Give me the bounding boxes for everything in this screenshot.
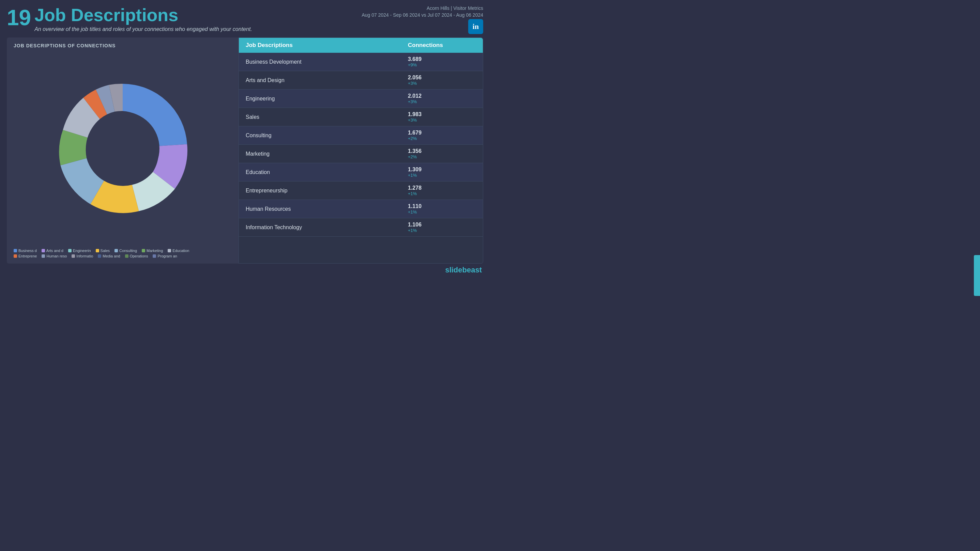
value-change: +3%	[408, 81, 476, 86]
value-change: +2%	[408, 154, 476, 159]
date-range: Aug 07 2024 - Sep 06 2024 vs Jul 07 2024…	[361, 12, 483, 18]
row-value: 1.356 +2%	[408, 148, 476, 159]
row-value: 1.983 +3%	[408, 111, 476, 122]
value-number: 3.689	[408, 56, 476, 62]
donut-svg	[51, 77, 194, 220]
value-number: 2.012	[408, 93, 476, 99]
value-change: +2%	[408, 136, 476, 141]
value-number: 1.309	[408, 167, 476, 173]
table-row: Arts and Design 2.056 +3%	[239, 71, 483, 90]
legend-item: Marketing	[142, 249, 163, 252]
row-label: Entrepreneurship	[246, 185, 408, 196]
row-label: Information Technology	[246, 222, 408, 233]
value-change: +1%	[408, 191, 476, 196]
legend-item: Business d	[14, 249, 37, 252]
row-label: Engineering	[246, 93, 408, 104]
table-row: Sales 1.983 +3%	[239, 108, 483, 126]
right-panel: Job Descriptions Connections Business De…	[239, 38, 483, 264]
row-label: Arts and Design	[246, 75, 408, 86]
footer: slidebeast	[0, 264, 490, 275]
table-row: Marketing 1.356 +2%	[239, 145, 483, 163]
value-number: 1.356	[408, 148, 476, 154]
content-area: JOB DESCRIPTIONS OF CONNECTIONS	[0, 38, 490, 264]
table-row: Consulting 1.679 +2%	[239, 126, 483, 145]
row-label: Marketing	[246, 148, 408, 159]
row-value: 2.056 +3%	[408, 75, 476, 86]
value-number: 2.056	[408, 75, 476, 81]
legend-item: Education	[168, 249, 189, 252]
value-change: +3%	[408, 99, 476, 104]
legend-item: Informatio	[72, 254, 93, 258]
page-number: 19	[7, 7, 31, 29]
table-header: Job Descriptions Connections	[239, 38, 483, 53]
table-row: Education 1.309 +1%	[239, 163, 483, 181]
row-value: 1.278 +1%	[408, 185, 476, 196]
legend-item: Media and	[98, 254, 120, 258]
row-label: Human Resources	[246, 203, 408, 214]
table-row: Entrepreneurship 1.278 +1%	[239, 181, 483, 200]
value-number: 1.983	[408, 111, 476, 118]
value-number: 1.110	[408, 203, 476, 210]
legend-item: Human reso	[41, 254, 67, 258]
value-change: +9%	[408, 62, 476, 67]
row-label: Consulting	[246, 130, 408, 141]
row-label: Business Development	[246, 56, 408, 67]
legend-item: Entreprene	[14, 254, 37, 258]
col2-header: Connections	[408, 42, 476, 49]
legend-item: Program an	[153, 254, 177, 258]
value-number: 1.278	[408, 185, 476, 191]
table-body: Business Development 3.689 +9% Arts and …	[239, 53, 483, 237]
row-value: 1.679 +2%	[408, 130, 476, 141]
value-number: 1.679	[408, 130, 476, 136]
header-left: 19 Job Descriptions An overview of the j…	[7, 5, 252, 32]
donut-chart	[14, 52, 232, 245]
header-right: Acorn Hills | Visitor Metrics Aug 07 202…	[361, 5, 483, 34]
col1-header: Job Descriptions	[246, 42, 408, 49]
value-change: +1%	[408, 228, 476, 233]
legend-item: Engineerin	[68, 249, 91, 252]
row-label: Sales	[246, 111, 408, 122]
legend-item: Sales	[96, 249, 110, 252]
value-change: +1%	[408, 173, 476, 178]
chart-title: JOB DESCRIPTIONS OF CONNECTIONS	[14, 43, 232, 48]
value-change: +3%	[408, 118, 476, 122]
row-value: 1.110 +1%	[408, 203, 476, 214]
legend-item: Operations	[125, 254, 148, 258]
row-value: 3.689 +9%	[408, 56, 476, 67]
row-label: Education	[246, 167, 408, 178]
header-text-block: Job Descriptions An overview of the job …	[34, 5, 252, 32]
value-change: +1%	[408, 210, 476, 214]
table-row: Information Technology 1.106 +1%	[239, 218, 483, 237]
table-row: Engineering 2.012 +3%	[239, 90, 483, 108]
row-value: 1.309 +1%	[408, 167, 476, 178]
slidebeast-logo: slidebeast	[445, 266, 482, 275]
page-title: Job Descriptions	[34, 5, 252, 25]
company-name: Acorn Hills | Visitor Metrics	[426, 5, 483, 11]
linkedin-icon: in	[468, 19, 483, 34]
table-row: Business Development 3.689 +9%	[239, 53, 483, 71]
row-value: 1.106 +1%	[408, 222, 476, 233]
legend-item: Consulting	[115, 249, 137, 252]
svg-point-0	[86, 112, 159, 185]
page-subtitle: An overview of the job titles and roles …	[34, 26, 252, 32]
legend-item: Arts and d	[41, 249, 64, 252]
left-panel: JOB DESCRIPTIONS OF CONNECTIONS	[7, 38, 239, 264]
chart-legend: Business dArts and dEngineerinSalesConsu…	[14, 249, 232, 258]
row-value: 2.012 +3%	[408, 93, 476, 104]
page-header: 19 Job Descriptions An overview of the j…	[0, 0, 490, 38]
table-row: Human Resources 1.110 +1%	[239, 200, 483, 218]
value-number: 1.106	[408, 222, 476, 228]
